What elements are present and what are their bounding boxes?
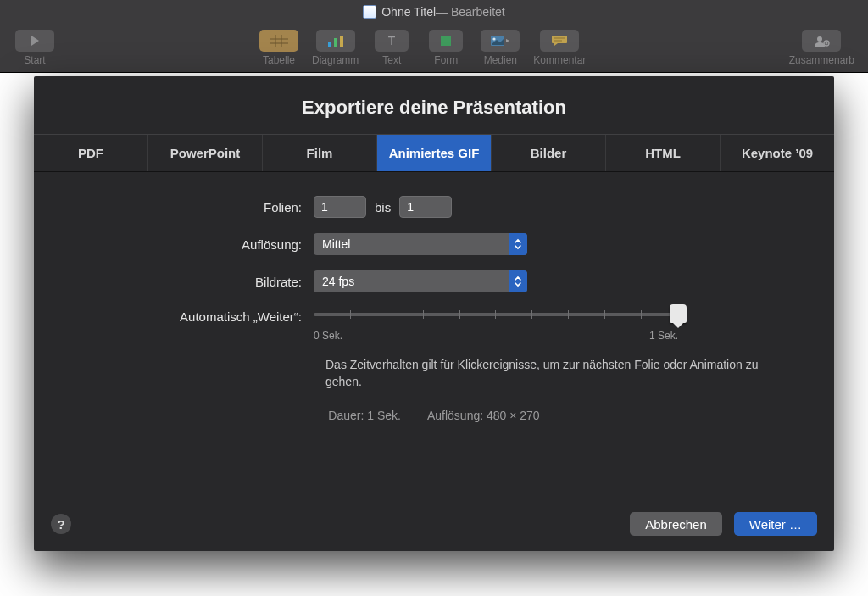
table-icon bbox=[259, 30, 298, 52]
svg-text:T: T bbox=[388, 34, 396, 47]
resolution-summary: Auflösung: 480 × 270 bbox=[427, 409, 540, 422]
play-label: Start bbox=[24, 54, 45, 66]
window-titlebar: Ohne Titel — Bearbeitet bbox=[0, 0, 868, 24]
framerate-select[interactable]: 24 fps bbox=[314, 270, 527, 292]
document-icon bbox=[363, 5, 376, 19]
tab-powerpoint[interactable]: PowerPoint bbox=[148, 135, 263, 171]
slides-to-label: bis bbox=[375, 200, 391, 214]
export-tabs: PDF PowerPoint Film Animiertes GIF Bilde… bbox=[34, 134, 834, 172]
slider-min-label: 0 Sek. bbox=[314, 330, 342, 342]
play-icon bbox=[15, 30, 54, 52]
export-modal: Exportiere deine Präsentation PDF PowerP… bbox=[34, 76, 834, 551]
modal-footer: ? Abbrechen Weiter … bbox=[34, 499, 834, 551]
resolution-value: Mittel bbox=[322, 237, 350, 251]
auto-advance-label: Automatisch „Weiter“: bbox=[34, 308, 314, 324]
toolbar: Start Tabelle Diagramm T Text bbox=[0, 24, 868, 73]
modal-title: Exportiere deine Präsentation bbox=[34, 76, 834, 134]
table-button[interactable]: Tabelle bbox=[258, 30, 300, 66]
export-form: Folien: bis Auflösung: Mittel Bildrate: bbox=[34, 172, 834, 499]
duration-summary: Dauer: 1 Sek. bbox=[328, 409, 401, 422]
framerate-value: 24 fps bbox=[322, 275, 354, 288]
svg-rect-12 bbox=[552, 36, 567, 43]
comment-button[interactable]: Kommentar bbox=[533, 30, 586, 66]
slider-max-label: 1 Sek. bbox=[649, 330, 678, 342]
svg-point-15 bbox=[817, 36, 822, 42]
next-button[interactable]: Weiter … bbox=[734, 512, 817, 536]
svg-rect-9 bbox=[441, 36, 451, 46]
tab-keynote09[interactable]: Keynote ’09 bbox=[721, 135, 834, 171]
media-icon bbox=[481, 30, 520, 52]
tab-html[interactable]: HTML bbox=[606, 135, 721, 171]
slides-label: Folien: bbox=[34, 200, 314, 214]
shape-icon bbox=[429, 30, 463, 52]
tab-animated-gif[interactable]: Animiertes GIF bbox=[377, 135, 492, 171]
media-label: Medien bbox=[484, 54, 517, 66]
table-label: Tabelle bbox=[263, 54, 295, 66]
svg-rect-7 bbox=[340, 36, 343, 47]
media-button[interactable]: Medien bbox=[479, 30, 521, 66]
slider-ticks bbox=[314, 310, 678, 319]
play-button[interactable]: Start bbox=[14, 30, 56, 66]
document-title: Ohne Titel bbox=[381, 5, 436, 19]
chart-button[interactable]: Diagramm bbox=[312, 30, 359, 66]
chart-icon bbox=[316, 30, 355, 52]
svg-point-11 bbox=[493, 37, 496, 40]
text-icon: T bbox=[375, 30, 409, 52]
resolution-label: Auflösung: bbox=[34, 237, 314, 252]
chevron-updown-icon bbox=[509, 270, 527, 292]
timing-help-text: Das Zeitverhalten gilt für Klickereignis… bbox=[34, 357, 834, 390]
resolution-select[interactable]: Mittel bbox=[314, 233, 527, 255]
text-button[interactable]: T Text bbox=[370, 30, 413, 66]
collaborate-button[interactable]: Zusammenarb bbox=[789, 30, 854, 66]
comment-label: Kommentar bbox=[533, 54, 586, 66]
slider-thumb[interactable] bbox=[670, 304, 687, 323]
summary-row: Dauer: 1 Sek. Auflösung: 480 × 270 bbox=[34, 409, 834, 422]
shape-button[interactable]: Form bbox=[425, 30, 467, 66]
collaborate-label: Zusammenarb bbox=[789, 54, 854, 66]
document-title-suffix: — Bearbeitet bbox=[436, 5, 505, 19]
tab-film[interactable]: Film bbox=[263, 135, 377, 171]
text-label: Text bbox=[382, 54, 401, 66]
tab-pdf[interactable]: PDF bbox=[34, 135, 148, 171]
svg-rect-5 bbox=[328, 42, 331, 47]
chevron-updown-icon bbox=[509, 233, 527, 255]
tab-images[interactable]: Bilder bbox=[492, 135, 606, 171]
framerate-label: Bildrate: bbox=[34, 275, 314, 289]
svg-rect-6 bbox=[334, 38, 337, 47]
auto-advance-slider[interactable] bbox=[314, 313, 678, 316]
slides-from-input[interactable] bbox=[314, 196, 366, 218]
help-button[interactable]: ? bbox=[51, 514, 71, 534]
shape-label: Form bbox=[434, 54, 458, 66]
collaborate-icon bbox=[802, 30, 841, 52]
comment-icon bbox=[540, 30, 579, 52]
svg-rect-0 bbox=[270, 35, 288, 47]
chart-label: Diagramm bbox=[312, 54, 359, 66]
slides-to-input[interactable] bbox=[399, 196, 452, 218]
cancel-button[interactable]: Abbrechen bbox=[630, 512, 722, 536]
